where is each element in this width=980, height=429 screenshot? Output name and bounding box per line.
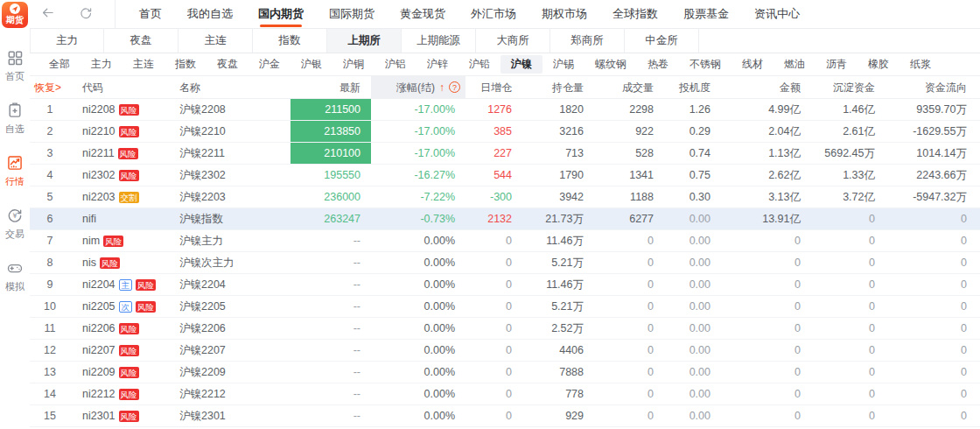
table-row-ni2206[interactable]: 11ni2206风险沪镍2206--0.00%02.52万00.00000 (30, 318, 980, 340)
product-tab-10[interactable]: 沪铅 (458, 55, 500, 74)
product-tab-16[interactable]: 线材 (732, 55, 774, 74)
top-nav-item-9[interactable]: 资讯中心 (754, 0, 800, 28)
product-tab-0[interactable]: 全部 (38, 55, 80, 74)
top-nav-item-3[interactable]: 国际期货 (329, 0, 374, 28)
table-row-ni2212[interactable]: 14ni2212风险沪镍2212--0.00%077800.00000 (30, 383, 980, 405)
back-button[interactable] (40, 5, 55, 23)
product-tab-2[interactable]: 主连 (122, 55, 164, 74)
product-tab-6[interactable]: 沪银 (290, 55, 332, 74)
product-tab-20[interactable]: 纸浆 (900, 55, 942, 74)
exchange-tab-4-active[interactable]: 上期所 (327, 29, 402, 53)
cell-name: 沪镍2207 (179, 340, 290, 361)
cell-spec: 0.00 (664, 296, 721, 317)
product-tab-11-active[interactable]: 沪镍 (500, 55, 542, 74)
top-nav-item-5[interactable]: 外汇市场 (471, 0, 516, 28)
top-nav-item-7[interactable]: 全球指数 (612, 0, 658, 28)
table-row-ni2204[interactable]: 9ni2204主风险沪镍2204--0.00%011.46万00.00000 (30, 274, 980, 296)
col-header-flow[interactable]: 资金流向 (886, 76, 980, 98)
col-header-chg[interactable]: 涨幅(结) ↑ ? (371, 76, 466, 98)
refresh-button[interactable] (79, 6, 93, 23)
exchange-tab-1[interactable]: 夜盘 (104, 29, 178, 53)
cell-flow: 2243.66万 (886, 165, 980, 186)
exchange-tab-0[interactable]: 主力 (30, 29, 104, 53)
table-row-ni2210[interactable]: 2ni2210风险沪镍2210213850-17.00%38532169220.… (30, 121, 980, 143)
table-row-ni2208[interactable]: 1ni2208风险沪镍2208211500-17.00%127618202298… (30, 99, 980, 121)
product-tab-12[interactable]: 沪锡 (542, 55, 584, 74)
cell-amount: 3.13亿 (721, 186, 811, 207)
top-nav-item-2-active[interactable]: 国内期货 (258, 0, 304, 28)
cell-idx: 8 (30, 252, 70, 273)
cell-chg: 0.00% (371, 274, 466, 295)
help-icon[interactable]: ? (449, 81, 460, 93)
flow-value: 0 (961, 366, 967, 378)
restore-button[interactable]: 恢复> (30, 76, 70, 98)
col-header-sediment[interactable]: 沉淀资金 (811, 76, 886, 98)
table-row-ni2302[interactable]: 4ni2302风险沪镍2302195550-16.27%544179013410… (30, 165, 980, 186)
sidebar-item-home[interactable]: 首页 (5, 49, 24, 83)
table-row-ni2203[interactable]: 5ni2203交割沪镍2203236000-7.22%-300394211880… (30, 186, 980, 208)
product-tab-15[interactable]: 不锈钢 (679, 55, 732, 74)
top-nav-item-1[interactable]: 我的自选 (187, 0, 233, 28)
last-value: -- (290, 340, 371, 361)
exchange-tab-6[interactable]: 大商所 (476, 29, 550, 53)
col-header-spec[interactable]: 投机度 (664, 76, 721, 98)
table-row-nis[interactable]: 8nis风险沪镍次主力--0.00%05.21万00.00000 (30, 252, 980, 274)
name-value: 沪镍2212 (179, 388, 226, 400)
product-tab-9[interactable]: 沪锌 (416, 55, 458, 74)
cell-name: 沪镍2301 (179, 405, 290, 426)
table-row-ni2301[interactable]: 15ni2301风险沪镍2301--0.00%092900.00000 (30, 405, 980, 427)
col-header-vol[interactable]: 成交量 (594, 76, 664, 98)
exchange-tab-7[interactable]: 郑商所 (550, 29, 625, 53)
product-tab-8[interactable]: 沪铝 (374, 55, 416, 74)
sidebar-item-watchlist[interactable]: 自选 (5, 102, 24, 136)
sidebar-item-simulate[interactable]: 模拟 (5, 259, 24, 293)
pos-value: 713 (565, 147, 584, 159)
dayinc-value: 0 (506, 410, 512, 422)
flow-value: 0 (961, 410, 967, 422)
product-tab-3[interactable]: 指数 (164, 55, 206, 74)
top-nav-item-6[interactable]: 期权市场 (542, 0, 587, 28)
sidebar-item-trade[interactable]: ¥ 交易 (5, 207, 24, 241)
cell-amount: 4.99亿 (721, 99, 811, 120)
top-nav-item-8[interactable]: 股票基金 (683, 0, 729, 28)
cell-idx: 1 (30, 99, 70, 120)
product-tab-13[interactable]: 螺纹钢 (584, 55, 637, 74)
table-header: 恢复> 代码 名称 最新 涨幅(结) ↑ ? 日增仓 持仓量 成交量 投机度 金… (30, 76, 980, 99)
col-header-amount[interactable]: 金额 (721, 76, 811, 98)
product-tab-5[interactable]: 沪金 (248, 55, 290, 74)
exchange-tab-3[interactable]: 指数 (253, 29, 327, 53)
product-tab-4[interactable]: 夜盘 (206, 55, 248, 74)
product-tab-19[interactable]: 橡胶 (858, 55, 900, 74)
col-header-dayinc[interactable]: 日增仓 (466, 76, 522, 98)
sidebar-item-quotes[interactable]: 行情 (5, 154, 24, 188)
product-tab-7[interactable]: 沪铜 (332, 55, 374, 74)
col-header-pos[interactable]: 持仓量 (522, 76, 594, 98)
col-header-name[interactable]: 名称 (179, 76, 290, 98)
col-header-code[interactable]: 代码 (70, 76, 179, 98)
cell-last: 263247 (290, 208, 371, 229)
table-row-nifi[interactable]: 6nifi沪镍指数263247-0.73%213221.73万62770.001… (30, 208, 980, 230)
exchange-tab-2[interactable]: 主连 (178, 29, 253, 53)
product-tab-17[interactable]: 燃油 (774, 55, 816, 74)
cell-dayinc: 1276 (466, 99, 522, 120)
amount-value: 2.04亿 (768, 125, 801, 137)
app-logo[interactable]: 期货 (2, 2, 28, 28)
spec-value: 0.00 (690, 300, 710, 313)
spec-value: 1.26 (690, 103, 710, 116)
exchange-tab-5[interactable]: 上期能源 (402, 29, 476, 53)
top-nav-item-4[interactable]: 黄金现货 (400, 0, 445, 28)
table-row-ni2205[interactable]: 10ni2205次风险沪镍2205--0.00%05.21万00.00000 (30, 296, 980, 318)
exchange-tab-8[interactable]: 中金所 (625, 29, 699, 53)
cell-amount: 0 (721, 362, 811, 383)
table-row-ni2211[interactable]: 3ni2211风险沪镍2211210100-17.00%2277135280.7… (30, 143, 980, 165)
product-tab-18[interactable]: 沥青 (816, 55, 858, 74)
table-row-ni2209[interactable]: 13ni2209风险沪镍2209--0.00%0788800.00000 (30, 362, 980, 383)
vol-value: 0 (648, 410, 654, 422)
col-header-last[interactable]: 最新 (290, 76, 371, 98)
table-row-ni2207[interactable]: 12ni2207风险沪镍2207--0.00%0440600.00000 (30, 340, 980, 362)
product-tab-1[interactable]: 主力 (80, 55, 122, 74)
table-row-nim[interactable]: 7nim风险沪镍主力--0.00%011.46万00.00000 (30, 230, 980, 252)
chg-value: -17.00% (414, 103, 455, 116)
product-tab-14[interactable]: 热卷 (637, 55, 679, 74)
top-nav-item-0[interactable]: 首页 (139, 0, 162, 28)
